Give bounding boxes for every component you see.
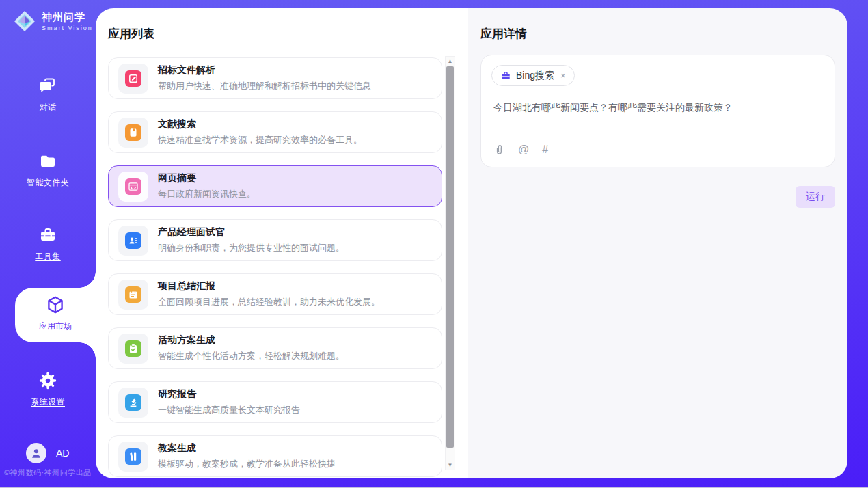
brand-tagline: Smart Vision <box>42 25 93 31</box>
app-detail-title: 应用详情 <box>480 26 527 42</box>
prompt-card: Bing搜索 × 今日湖北有哪些新闻要点？有哪些需要关注的最新政策？ @ # <box>480 55 835 167</box>
tab-curve-bottom <box>79 342 96 359</box>
sidebar-item-label: 对话 <box>40 103 57 112</box>
app-card-project-summary[interactable]: 项目总结汇报 全面回顾项目进展，总结经验教训，助力未来优化发展。 <box>108 273 442 315</box>
mention-icon[interactable]: @ <box>518 144 529 156</box>
interviewer-icon <box>125 232 141 249</box>
app-icon-tile <box>118 442 148 472</box>
app-name: 教案生成 <box>158 442 336 455</box>
toolbox-icon <box>38 226 57 245</box>
research-icon <box>125 394 141 411</box>
sidebar-item-label: 应用市场 <box>39 321 72 331</box>
brand-logo: 神州问学 Smart Vision <box>12 9 93 33</box>
app-card-web-summary[interactable]: 网页摘要 每日政府新闻资讯快查。 <box>108 165 442 207</box>
avatar <box>26 443 46 463</box>
user-account[interactable]: AD <box>26 443 69 463</box>
app-list: 招标文件解析 帮助用户快速、准确地理解和解析招标书中的关键信息 文献搜索 快速精… <box>108 57 442 478</box>
app-name: 研究报告 <box>158 388 300 401</box>
brand-name: 神州问学 <box>42 11 93 24</box>
sidebar-item-toolset[interactable]: 工具集 <box>0 226 96 262</box>
chat-icon <box>38 77 57 96</box>
tool-chip-label: Bing搜索 <box>516 70 554 82</box>
app-icon-tile <box>118 280 148 310</box>
scrollbar[interactable]: ▲ ▼ <box>445 56 455 470</box>
sidebar-item-label: 工具集 <box>35 252 61 261</box>
browser-code-icon <box>125 178 141 195</box>
app-list-panel: 应用列表 招标文件解析 帮助用户快速、准确地理解和解析招标书中的关键信息 <box>96 8 468 478</box>
app-desc: 一键智能生成高质量长文本研究报告 <box>158 404 300 416</box>
app-icon-tile <box>118 118 148 148</box>
app-name: 网页摘要 <box>158 172 256 185</box>
app-card-lesson-plan[interactable]: 教案生成 模板驱动，教案秒成，教学准备从此轻松快捷 <box>108 435 442 477</box>
app-icon-tile <box>118 172 148 202</box>
books-icon <box>125 448 141 465</box>
user-name: AD <box>56 448 69 459</box>
pen-document-icon <box>125 70 141 87</box>
app-card-pm-interviewer[interactable]: 产品经理面试官 明确身份和职责，为您提供专业性的面试问题。 <box>108 219 442 261</box>
app-card-bid-parsing[interactable]: 招标文件解析 帮助用户快速、准确地理解和解析招标书中的关键信息 <box>108 57 442 99</box>
app-card-research-report[interactable]: 研究报告 一键智能生成高质量长文本研究报告 <box>108 381 442 423</box>
sidebar-item-smart-folder[interactable]: 智能文件夹 <box>0 152 96 189</box>
app-card-literature-search[interactable]: 文献搜索 快速精准查找学术资源，提高研究效率的必备工具。 <box>108 111 442 153</box>
copyright-footer: ©神州数码·神州问学出品 <box>4 467 92 478</box>
scroll-up-icon[interactable]: ▲ <box>446 57 455 66</box>
app-desc: 全面回顾项目进展，总结经验教训，助力未来优化发展。 <box>158 296 380 308</box>
hash-icon[interactable]: # <box>542 144 548 156</box>
app-name: 活动方案生成 <box>158 334 344 347</box>
report-note-icon <box>125 286 141 303</box>
app-list-title: 应用列表 <box>108 26 154 42</box>
app-card-event-plan[interactable]: 活动方案生成 智能生成个性化活动方案，轻松解决规划难题。 <box>108 327 442 369</box>
diamond-logo-icon <box>12 9 37 33</box>
chip-close-icon[interactable]: × <box>560 70 566 81</box>
sidebar-item-label: 智能文件夹 <box>27 178 70 187</box>
gear-icon <box>38 371 57 390</box>
app-icon-tile <box>118 226 148 256</box>
clipboard-check-icon <box>125 340 141 357</box>
app-desc: 快速精准查找学术资源，提高研究效率的必备工具。 <box>158 134 362 146</box>
scroll-down-icon[interactable]: ▼ <box>446 461 455 470</box>
app-desc: 模板驱动，教案秒成，教学准备从此轻松快捷 <box>158 458 336 470</box>
app-name: 项目总结汇报 <box>158 280 380 293</box>
app-name: 招标文件解析 <box>158 64 371 77</box>
app-detail-panel: 应用详情 Bing搜索 × 今日湖北有哪些新闻要点？有哪些需要关注的最新政策？ … <box>468 8 847 478</box>
app-icon-tile <box>118 388 148 418</box>
prompt-input[interactable]: 今日湖北有哪些新闻要点？有哪些需要关注的最新政策？ <box>493 100 824 114</box>
tool-chip-bing-search[interactable]: Bing搜索 × <box>491 65 575 86</box>
app-desc: 智能生成个性化活动方案，轻松解决规划难题。 <box>158 350 344 362</box>
attachment-icon[interactable] <box>493 143 505 156</box>
book-icon <box>125 124 141 141</box>
tab-curve-top <box>79 271 96 288</box>
app-desc: 每日政府新闻资讯快查。 <box>158 188 256 200</box>
run-button[interactable]: 运行 <box>796 186 835 208</box>
app-icon-tile <box>118 64 148 94</box>
app-name: 文献搜索 <box>158 118 362 131</box>
app-name: 产品经理面试官 <box>158 226 344 239</box>
sidebar-item-settings[interactable]: 系统设置 <box>0 371 96 408</box>
sidebar-item-label: 系统设置 <box>31 397 65 407</box>
app-desc: 帮助用户快速、准确地理解和解析招标书中的关键信息 <box>158 80 371 92</box>
sidebar-item-chat[interactable]: 对话 <box>0 77 96 113</box>
app-desc: 明确身份和职责，为您提供专业性的面试问题。 <box>158 242 344 254</box>
briefcase-icon <box>500 70 511 81</box>
cube-icon <box>45 295 66 316</box>
main-content: 应用列表 招标文件解析 帮助用户快速、准确地理解和解析招标书中的关键信息 <box>96 8 847 478</box>
composer-toolbar: @ # <box>493 143 548 156</box>
app-icon-tile <box>118 334 148 364</box>
user-icon <box>30 447 42 459</box>
folder-icon <box>38 152 57 171</box>
sidebar: 神州问学 Smart Vision 对话 智能文件夹 工具集 <box>0 0 96 488</box>
sidebar-item-app-market-selected[interactable]: 应用市场 <box>15 288 96 342</box>
scrollbar-thumb[interactable] <box>446 66 454 448</box>
